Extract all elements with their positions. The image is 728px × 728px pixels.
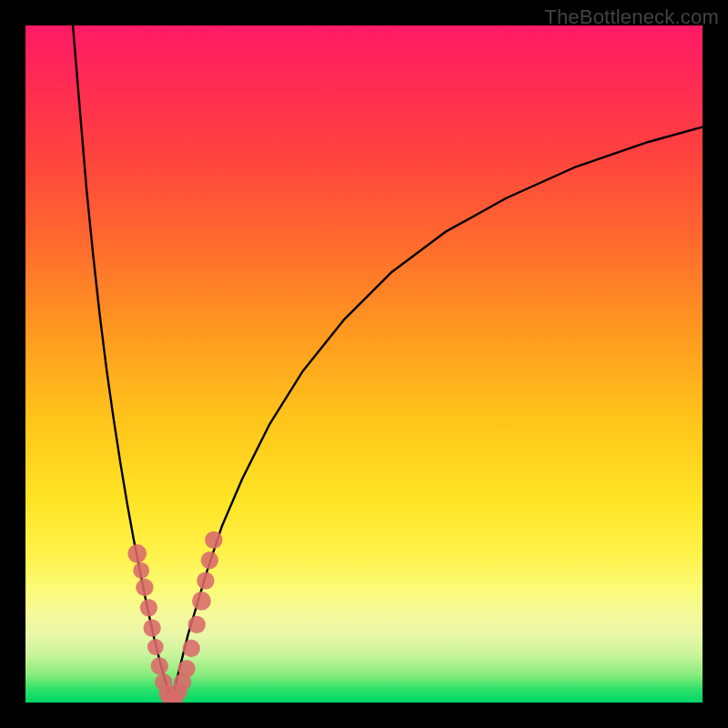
- marker-point: [197, 571, 214, 589]
- marker-point: [188, 616, 206, 633]
- marker-point: [151, 657, 168, 674]
- marker-point: [147, 639, 164, 655]
- marker-point: [127, 544, 147, 563]
- curve-right-curve: [171, 127, 703, 703]
- marker-point: [205, 531, 222, 549]
- marker-point: [133, 562, 149, 579]
- watermark-text: TheBottleneck.com: [544, 5, 719, 29]
- marker-point: [177, 660, 195, 677]
- chart-svg: [25, 25, 703, 703]
- marker-point: [201, 551, 218, 569]
- marker-point: [143, 619, 160, 636]
- series-group: [73, 25, 703, 703]
- marker-point: [140, 599, 157, 616]
- chart-frame: TheBottleneck.com: [0, 0, 728, 728]
- curve-left-curve: [73, 25, 171, 703]
- plot-area: [25, 25, 703, 703]
- marker-point: [192, 592, 211, 611]
- marker-point: [183, 640, 200, 657]
- marker-group: [127, 531, 222, 703]
- marker-point: [136, 579, 153, 596]
